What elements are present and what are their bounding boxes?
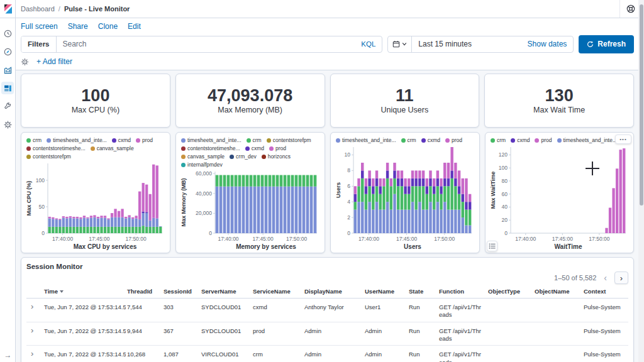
scrollbar-thumb[interactable] — [640, 4, 643, 206]
toolbar-link-share[interactable]: Share — [68, 22, 88, 31]
svg-text:40,000: 40,000 — [196, 190, 212, 197]
toolbar-link-clone[interactable]: Clone — [98, 22, 118, 31]
legend-item-contentstorefpm[interactable]: contentstorefpm — [267, 137, 311, 143]
legend-color-dot — [511, 138, 515, 143]
legend-label: contentstoretimeshe... — [33, 145, 86, 151]
legend-item-crm-dev[interactable]: crm_dev — [230, 153, 257, 160]
column-header-state[interactable]: State — [408, 285, 438, 298]
date-quick-select-button[interactable] — [388, 36, 412, 52]
recently-viewed-icon[interactable] — [1, 27, 14, 40]
users-chart[interactable]: 0246810Users17:40:0017:45:0017:50:00User… — [335, 143, 475, 250]
column-header-objecttype[interactable]: ObjectType — [487, 285, 533, 298]
metric-card: 11 Unique Users — [330, 74, 480, 128]
chevron-left-icon[interactable]: ‹ — [601, 273, 609, 283]
legend-item-horizoncs[interactable]: horizoncs — [262, 153, 291, 160]
expand-row-icon[interactable]: › — [26, 346, 43, 362]
column-header-username[interactable]: UserName — [364, 285, 408, 298]
legend-item-timesheets-and-inte-[interactable]: timesheets_and_inte... — [47, 137, 107, 143]
column-header-servername[interactable]: ServerName — [200, 285, 252, 298]
list-icon — [489, 243, 496, 250]
toolbar-link-full-screen[interactable]: Full screen — [21, 22, 58, 31]
svg-text:17:45:00: 17:45:00 — [396, 236, 417, 242]
legend-item-canvas-sample[interactable]: canvas_sample — [181, 153, 225, 160]
panel-options-button[interactable]: ••• — [615, 134, 631, 144]
cell-objectname — [533, 346, 582, 362]
elastic-logo[interactable] — [0, 0, 16, 18]
legend-item-prod[interactable]: prod — [136, 137, 153, 143]
legend-item-contentstoretimeshe-[interactable]: contentstoretimeshe... — [26, 145, 86, 151]
legend-item-timesheets-and-inte-[interactable]: timesheets_and_inte... — [181, 137, 242, 143]
legend-item-cxmd[interactable]: cxmd — [112, 137, 131, 143]
legend-color-dot — [181, 163, 186, 167]
column-header-time[interactable]: Time — [43, 285, 126, 298]
compass-icon — [4, 48, 12, 56]
expand-row-icon[interactable]: › — [26, 322, 43, 346]
legend-label: crm — [253, 137, 262, 143]
legend-color-dot — [230, 155, 234, 159]
page-scrollbar[interactable] — [638, 0, 644, 362]
refresh-button[interactable]: Refresh — [579, 35, 634, 53]
cell-context: Pulse-System — [582, 322, 621, 346]
calendar-icon — [392, 40, 400, 48]
nav-item-dashboard[interactable] — [1, 82, 14, 94]
show-dates-link[interactable]: Show dates — [521, 40, 574, 48]
waittime-chart[interactable]: 020406080100120Max WaitTime17:40:0017:45… — [489, 143, 630, 250]
panel-users: timesheets_and_inte...crmcxmdprod 024681… — [330, 132, 480, 253]
kibana-app: → Dashboard / Pulse - Live Monitor — [0, 0, 644, 362]
svg-text:17:50:00: 17:50:00 — [126, 236, 147, 242]
nav-item-visualize[interactable] — [1, 63, 14, 76]
column-header-displayname[interactable]: DisplayName — [303, 285, 364, 298]
filter-bar: + Add filter — [16, 53, 644, 70]
legend-color-dot — [491, 138, 495, 143]
chevron-down-icon — [402, 41, 407, 47]
legend-item-canvas-sample[interactable]: canvas_sample — [91, 145, 134, 151]
legend-item-crm[interactable]: crm — [491, 137, 506, 143]
column-header-label: ThreadId — [127, 288, 152, 295]
legend-item-cxmd[interactable]: cxmd — [421, 137, 440, 143]
legend-item-crm[interactable]: crm — [247, 137, 262, 143]
search-input[interactable] — [57, 40, 355, 48]
legend-item-prod[interactable]: prod — [269, 145, 286, 151]
memory-chart[interactable]: 020,00040,00060,000Max Memory (MB)17:40:… — [180, 168, 321, 250]
toolbar-link-edit[interactable]: Edit — [128, 22, 141, 31]
cell-servicename: cxmd — [252, 299, 303, 322]
max-cpu-chart[interactable]: 050100Max CPU (%)17:40:0017:45:0017:50:0… — [25, 160, 166, 250]
column-header-threadid[interactable]: ThreadId — [126, 285, 162, 298]
expand-row-icon[interactable]: › — [26, 299, 43, 322]
legend-item-prod[interactable]: prod — [445, 137, 462, 143]
legend-item-cxmd[interactable]: cxmd — [511, 137, 530, 143]
legend-label: contentstoretimeshe... — [187, 145, 240, 151]
legend-item-crm[interactable]: crm — [26, 137, 42, 143]
column-header-function[interactable]: Function — [438, 285, 487, 298]
filter-settings-gear-icon[interactable] — [21, 58, 29, 66]
legend-item-contentstoretimeshe-[interactable]: contentstoretimeshe... — [181, 145, 240, 151]
legend-item-prod[interactable]: prod — [535, 137, 552, 143]
legend-item-timesheets-and-inte-[interactable]: timesheets_and_inte... — [557, 137, 618, 143]
legend-toggle-button[interactable] — [487, 241, 497, 251]
time-range-value[interactable]: Last 15 minutes — [412, 40, 521, 48]
legend-item-timesheets-and-inte-[interactable]: timesheets_and_inte... — [336, 137, 396, 143]
svg-text:WaitTime: WaitTime — [555, 243, 582, 250]
column-header-servicename[interactable]: ServiceName — [252, 285, 303, 298]
column-header-context[interactable]: Context — [582, 285, 621, 298]
legend-item-crm[interactable]: crm — [401, 137, 416, 143]
nav-item-discover[interactable] — [1, 45, 14, 58]
column-header-sessionid[interactable]: SessionId — [162, 285, 200, 298]
nav-item-management[interactable] — [1, 118, 14, 131]
cell-username: Admin — [364, 346, 408, 362]
breadcrumb-dashboard[interactable]: Dashboard — [21, 5, 55, 13]
column-header-objectname[interactable]: ObjectName — [533, 285, 582, 298]
filters-button[interactable]: Filters — [21, 36, 57, 52]
legend-item-contentstorefpm[interactable]: contentstorefpm — [26, 153, 71, 160]
dock-nav-icon[interactable]: → — [0, 351, 16, 359]
add-filter-link[interactable]: + Add filter — [36, 57, 72, 66]
table-body: ›Tue, Jun 7, 2022 @ 17:53:14.5387,544303… — [26, 299, 628, 362]
legend-item-internalfpmdev[interactable]: internalfpmdev — [181, 162, 223, 168]
chevron-right-icon[interactable]: › — [614, 272, 628, 284]
help-icon[interactable] — [626, 4, 635, 13]
svg-text:2: 2 — [347, 214, 350, 221]
svg-text:Max CPU (%): Max CPU (%) — [26, 181, 32, 216]
nav-item-dev-tools[interactable] — [1, 100, 14, 112]
legend-item-cxmd[interactable]: cxmd — [245, 145, 264, 151]
kql-selector[interactable]: KQL — [355, 40, 382, 48]
